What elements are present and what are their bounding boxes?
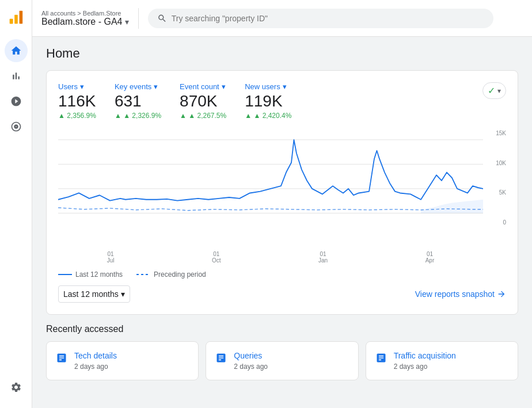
property-selector[interactable]: Bedlam.store - GA4 ▾	[41, 17, 129, 27]
legend-preceding-label: Preceding period	[154, 270, 206, 279]
svg-rect-3	[9, 19, 13, 24]
recently-accessed-section: Recently accessed Tech details 2 days ag…	[46, 324, 518, 380]
metric-key-events-label[interactable]: Key events ▾	[115, 82, 161, 91]
chevron-down-icon: ▾	[125, 17, 129, 26]
card-footer: Last 12 months ▾ View reports snapshot	[58, 285, 506, 303]
search-icon	[157, 13, 167, 24]
recent-card-time-queries: 2 days ago	[234, 363, 268, 371]
recent-card-info-traffic: Traffic acquisition 2 days ago	[394, 351, 456, 371]
metric-users: Users ▾ 116K 2,356.9%	[58, 82, 96, 120]
yaxis-15k: 15K	[485, 130, 506, 136]
recent-card-title-traffic: Traffic acquisition	[394, 351, 456, 360]
sidebar-item-explore[interactable]	[5, 90, 28, 113]
chart-container: 15K 10K 5K 0	[58, 129, 506, 244]
main-content: All accounts > Bedlam.Store Bedlam.store…	[32, 0, 532, 408]
metric-new-users-label[interactable]: New users ▾	[245, 82, 291, 91]
xaxis-apr: 01Apr	[425, 251, 435, 264]
xaxis-labels: 01Jul 01Oct 01Jan 01Apr	[58, 249, 483, 266]
metric-key-events-change: ▲ 2,326.9%	[115, 112, 161, 120]
report-icon-3	[375, 352, 387, 367]
legend-line-dashed	[136, 274, 150, 275]
check-circle-icon: ✓	[488, 85, 495, 96]
search-input[interactable]	[172, 14, 484, 23]
breadcrumb: All accounts > Bedlam.Store	[41, 10, 129, 17]
search-bar[interactable]	[148, 9, 493, 28]
xaxis-jul: 01Jul	[107, 251, 115, 264]
chart-svg	[58, 129, 483, 227]
recent-card-info: Tech details 2 days ago	[74, 351, 117, 371]
metric-users-change: 2,356.9%	[58, 112, 96, 120]
recent-card-traffic[interactable]: Traffic acquisition 2 days ago	[366, 341, 518, 380]
metric-key-events: Key events ▾ 631 ▲ 2,326.9%	[115, 82, 161, 120]
topbar-divider	[138, 8, 139, 29]
recent-card-time-tech: 2 days ago	[74, 363, 117, 371]
metric-event-count-change: ▲ 2,267.5%	[180, 112, 226, 120]
yaxis-5k: 5K	[485, 189, 506, 196]
date-selector-label: Last 12 months	[63, 289, 119, 299]
yaxis-0: 0	[485, 219, 506, 226]
recent-card-title-queries: Queries	[234, 351, 268, 360]
metrics-card: Users ▾ 116K 2,356.9% Key events ▾ 631 ▲…	[46, 70, 518, 315]
brand-section: All accounts > Bedlam.Store Bedlam.store…	[41, 10, 129, 27]
recently-accessed-grid: Tech details 2 days ago Queries 2 days a…	[46, 341, 518, 380]
metric-new-users-change: ▲ 2,420.4%	[245, 112, 291, 120]
status-badge[interactable]: ✓ ▾	[482, 82, 506, 99]
chevron-down-icon: ▾	[497, 87, 501, 95]
legend-last12-label: Last 12 months	[75, 270, 123, 279]
page-title: Home	[46, 46, 518, 61]
svg-rect-1	[14, 15, 18, 24]
metric-users-value: 116K	[58, 92, 96, 110]
xaxis-oct: 01Oct	[212, 251, 221, 264]
chart-legend: Last 12 months Preceding period	[58, 270, 506, 279]
report-icon-2	[215, 352, 227, 367]
metric-key-events-value: 631	[115, 92, 161, 110]
metric-new-users: New users ▾ 119K ▲ 2,420.4%	[245, 82, 291, 120]
recent-card-info-queries: Queries 2 days ago	[234, 351, 268, 371]
chevron-down-icon: ▾	[121, 289, 125, 299]
recently-accessed-title: Recently accessed	[46, 324, 518, 334]
sidebar-item-home[interactable]	[5, 39, 28, 62]
legend-line-solid	[58, 274, 72, 275]
metrics-row: Users ▾ 116K 2,356.9% Key events ▾ 631 ▲…	[58, 82, 506, 120]
recent-card-time-traffic: 2 days ago	[394, 363, 456, 371]
metric-event-count-label[interactable]: Event count ▾	[180, 82, 226, 91]
app-logo	[8, 5, 24, 30]
metric-users-label[interactable]: Users ▾	[58, 82, 96, 91]
topbar: All accounts > Bedlam.Store Bedlam.store…	[32, 0, 532, 37]
sidebar-bottom	[5, 376, 28, 408]
legend-preceding: Preceding period	[136, 270, 206, 279]
report-icon	[56, 352, 67, 367]
metric-event-count-value: 870K	[180, 92, 226, 110]
sidebar	[0, 0, 32, 408]
metric-new-users-value: 119K	[245, 92, 291, 110]
date-selector[interactable]: Last 12 months ▾	[58, 285, 130, 303]
chevron-down-icon: ▾	[283, 82, 287, 91]
xaxis-jan: 01Jan	[318, 251, 328, 264]
yaxis-labels: 15K 10K 5K 0	[485, 129, 506, 227]
property-name: Bedlam.store - GA4	[41, 17, 123, 27]
metric-event-count: Event count ▾ 870K ▲ 2,267.5%	[180, 82, 226, 120]
chevron-down-icon: ▾	[222, 82, 226, 91]
page-content: Home Users ▾ 116K 2,356.9% Key events ▾	[32, 37, 532, 408]
legend-last12: Last 12 months	[58, 270, 123, 279]
sidebar-item-advertising[interactable]	[5, 115, 28, 138]
recent-card-tech-details[interactable]: Tech details 2 days ago	[46, 341, 199, 380]
recent-card-title-tech: Tech details	[74, 351, 117, 360]
yaxis-10k: 10K	[485, 160, 506, 166]
sidebar-item-reports[interactable]	[5, 64, 28, 87]
sidebar-nav	[0, 39, 32, 138]
arrow-right-icon	[497, 289, 506, 299]
settings-button[interactable]	[5, 376, 28, 399]
view-reports-link[interactable]: View reports snapshot	[415, 289, 506, 299]
recent-card-queries[interactable]: Queries 2 days ago	[206, 341, 358, 380]
chevron-down-icon: ▾	[80, 82, 84, 91]
chevron-down-icon: ▾	[154, 82, 158, 91]
svg-rect-2	[19, 11, 22, 24]
